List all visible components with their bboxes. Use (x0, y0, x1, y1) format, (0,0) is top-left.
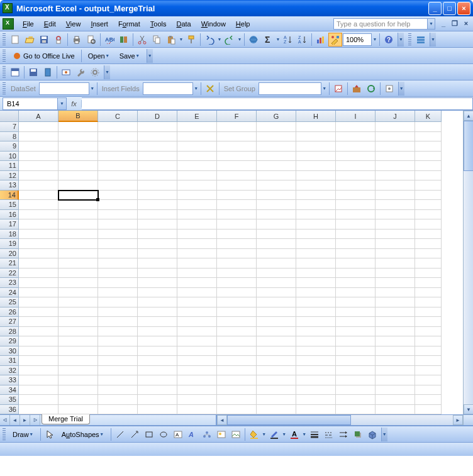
cell-H27[interactable] (296, 317, 336, 327)
cell-E9[interactable] (177, 141, 217, 152)
row-header-27[interactable]: 27 (0, 317, 19, 327)
cell-F36[interactable] (217, 405, 257, 415)
row-header-21[interactable]: 21 (0, 258, 19, 268)
cell-J12[interactable] (376, 171, 415, 181)
textbox-icon[interactable]: A (171, 428, 185, 441)
cell-E20[interactable] (177, 249, 217, 259)
toolbar-grip-3[interactable] (3, 50, 6, 62)
toolbar-options-draw[interactable]: ▼ (381, 428, 387, 441)
cell-I28[interactable] (336, 327, 376, 337)
cell-J17[interactable] (376, 219, 415, 230)
cell-G24[interactable] (257, 288, 296, 298)
cell-C24[interactable] (98, 288, 138, 298)
workbook-icon[interactable] (3, 18, 14, 30)
cell-I26[interactable] (336, 307, 376, 318)
cell-I15[interactable] (336, 200, 376, 210)
cell-I14[interactable] (336, 191, 376, 201)
cell-C9[interactable] (98, 141, 138, 152)
help-search-input[interactable]: Type a question for help (333, 18, 428, 30)
cell-D33[interactable] (138, 375, 177, 385)
cell-G7[interactable] (257, 122, 296, 132)
cell-E13[interactable] (177, 180, 217, 191)
cell-G23[interactable] (257, 278, 296, 288)
column-header-F[interactable]: F (217, 111, 257, 122)
row-header-14[interactable]: 14 (0, 191, 19, 201)
cell-H8[interactable] (296, 132, 336, 142)
cell-F11[interactable] (217, 161, 257, 171)
cell-I9[interactable] (336, 141, 376, 152)
cell-F10[interactable] (217, 152, 257, 162)
dataset-combo[interactable] (39, 82, 89, 95)
row-header-31[interactable]: 31 (0, 356, 19, 366)
rectangle-icon[interactable] (142, 428, 156, 441)
cell-A13[interactable] (19, 180, 58, 191)
cell-I12[interactable] (336, 171, 376, 181)
cell-K16[interactable] (415, 210, 442, 220)
cell-B8[interactable] (58, 132, 98, 142)
chart-wizard-icon[interactable] (314, 33, 328, 47)
cell-G36[interactable] (257, 405, 296, 415)
cell-C12[interactable] (98, 171, 138, 181)
cell-F34[interactable] (217, 385, 257, 396)
horizontal-scroll-thumb[interactable] (227, 415, 351, 425)
row-header-36[interactable]: 36 (0, 405, 19, 415)
cell-I25[interactable] (336, 297, 376, 307)
cell-K8[interactable] (415, 132, 442, 142)
cell-G15[interactable] (257, 200, 296, 210)
cell-K33[interactable] (415, 375, 442, 385)
cell-D22[interactable] (138, 268, 177, 279)
cell-G31[interactable] (257, 356, 296, 366)
cell-A17[interactable] (19, 219, 58, 230)
cell-D25[interactable] (138, 297, 177, 307)
cell-G32[interactable] (257, 366, 296, 376)
cell-B30[interactable] (58, 346, 98, 357)
cell-A10[interactable] (19, 152, 58, 162)
cell-A8[interactable] (19, 132, 58, 142)
menu-edit[interactable]: Edit (39, 18, 61, 30)
cell-I32[interactable] (336, 366, 376, 376)
cells-area[interactable] (19, 122, 463, 414)
cell-I36[interactable] (336, 405, 376, 415)
arrow-style-icon[interactable] (337, 428, 350, 441)
cell-E17[interactable] (177, 219, 217, 230)
row-header-35[interactable]: 35 (0, 395, 19, 405)
tab-nav-first[interactable]: ᐊ (0, 415, 10, 425)
cell-J19[interactable] (376, 239, 415, 249)
cell-B15[interactable] (58, 200, 98, 210)
insert-fields-combo[interactable] (143, 82, 193, 95)
cell-B14[interactable] (58, 191, 98, 201)
cell-H20[interactable] (296, 249, 336, 259)
cell-F24[interactable] (217, 288, 257, 298)
cell-B28[interactable] (58, 327, 98, 337)
cell-C22[interactable] (98, 268, 138, 279)
cell-I33[interactable] (336, 375, 376, 385)
line-icon[interactable] (113, 428, 127, 441)
cell-J20[interactable] (376, 249, 415, 259)
cell-F21[interactable] (217, 258, 257, 268)
column-header-I[interactable]: I (336, 111, 376, 122)
cell-K18[interactable] (415, 230, 442, 240)
cell-C17[interactable] (98, 219, 138, 230)
row-header-17[interactable]: 17 (0, 219, 19, 230)
cell-C34[interactable] (98, 385, 138, 396)
scroll-right-button[interactable]: ► (453, 415, 463, 425)
drawing-toolbar-toggle-icon[interactable] (328, 33, 342, 47)
cell-C26[interactable] (98, 307, 138, 318)
cell-G16[interactable] (257, 210, 296, 220)
font-color-dropdown[interactable]: ▼ (302, 432, 307, 436)
zoom-combo[interactable]: 100% (343, 33, 372, 46)
cell-H25[interactable] (296, 297, 336, 307)
cell-D31[interactable] (138, 356, 177, 366)
draw-menu-button[interactable]: Draw▼ (8, 428, 38, 441)
row-header-8[interactable]: 8 (0, 132, 19, 142)
diagram-icon[interactable] (200, 428, 214, 441)
zoom-dropdown[interactable]: ▼ (372, 37, 377, 42)
cell-B17[interactable] (58, 219, 98, 230)
cell-B16[interactable] (58, 210, 98, 220)
cell-E25[interactable] (177, 297, 217, 307)
tab-nav-next[interactable]: ► (20, 415, 30, 425)
cell-J24[interactable] (376, 288, 415, 298)
toolbar-grip-4[interactable] (3, 66, 6, 79)
horizontal-scroll-track[interactable] (227, 415, 453, 425)
custom-gear-icon[interactable] (88, 65, 102, 79)
